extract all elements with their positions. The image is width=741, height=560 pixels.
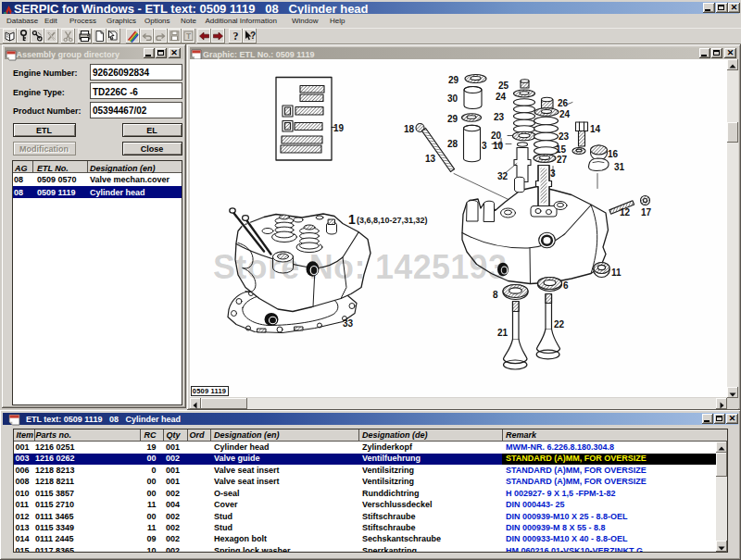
svg-text:26: 26 bbox=[558, 97, 569, 107]
svg-text:28: 28 bbox=[447, 138, 458, 148]
svg-text:18: 18 bbox=[404, 123, 415, 133]
svg-text:27: 27 bbox=[557, 154, 568, 164]
svg-text:17: 17 bbox=[641, 206, 652, 217]
svg-text:19: 19 bbox=[333, 122, 345, 132]
svg-text:24: 24 bbox=[559, 108, 571, 118]
svg-text:22: 22 bbox=[554, 318, 565, 329]
svg-text:?: ? bbox=[233, 30, 239, 43]
svg-text:25: 25 bbox=[498, 80, 509, 90]
svg-text:13: 13 bbox=[425, 153, 436, 163]
svg-text:12: 12 bbox=[620, 206, 631, 217]
svg-text:21: 21 bbox=[497, 327, 509, 337]
svg-text:31: 31 bbox=[614, 161, 625, 171]
svg-text:3: 3 bbox=[482, 140, 487, 150]
svg-text:8: 8 bbox=[493, 289, 498, 299]
svg-text:T: T bbox=[186, 31, 192, 41]
svg-text:32: 32 bbox=[497, 170, 509, 180]
svg-text:10: 10 bbox=[493, 140, 504, 150]
svg-text:29: 29 bbox=[448, 74, 459, 84]
svg-text:1: 1 bbox=[348, 211, 356, 226]
svg-text:23: 23 bbox=[559, 131, 570, 141]
svg-text:29: 29 bbox=[447, 113, 458, 123]
svg-text:30: 30 bbox=[447, 93, 458, 103]
svg-text:14: 14 bbox=[590, 123, 601, 133]
svg-text:33: 33 bbox=[343, 317, 354, 328]
svg-text:23: 23 bbox=[494, 111, 505, 121]
svg-text:(3,6,8,10-27,31,32): (3,6,8,10-27,31,32) bbox=[357, 215, 428, 224]
svg-text:24: 24 bbox=[496, 91, 507, 101]
svg-text:15: 15 bbox=[556, 143, 567, 154]
svg-text:20: 20 bbox=[491, 130, 502, 140]
svg-text:16: 16 bbox=[608, 148, 619, 158]
svg-text:11: 11 bbox=[611, 267, 622, 277]
svg-text:?: ? bbox=[250, 31, 256, 41]
svg-text:3: 3 bbox=[550, 168, 556, 178]
